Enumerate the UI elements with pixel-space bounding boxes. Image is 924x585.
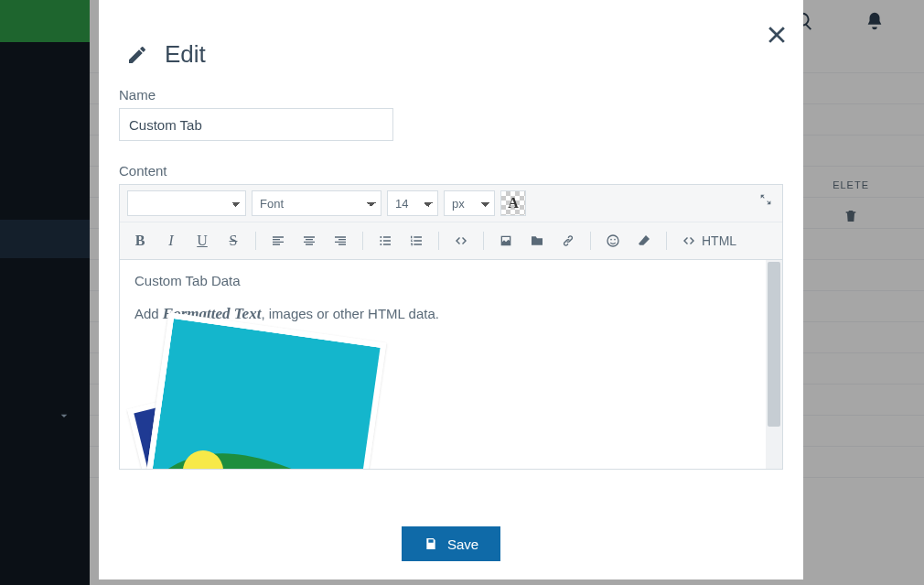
code-icon <box>682 233 696 248</box>
toolbar-separator <box>255 232 256 250</box>
name-label: Name <box>119 87 783 103</box>
font-unit-select[interactable]: px <box>444 190 495 216</box>
modal-title: Edit <box>165 40 206 69</box>
style-select[interactable] <box>127 190 246 216</box>
unordered-list-button[interactable] <box>372 228 398 254</box>
code-button[interactable] <box>448 228 474 254</box>
link-button[interactable] <box>555 228 581 254</box>
svg-point-0 <box>380 236 381 238</box>
photo-illustration <box>151 319 387 469</box>
pencil-icon <box>126 44 148 66</box>
strikethrough-button[interactable]: S <box>220 228 246 254</box>
svg-point-5 <box>614 239 616 241</box>
italic-button[interactable]: I <box>158 228 184 254</box>
font-size-input[interactable] <box>387 190 438 216</box>
modal-header: Edit <box>99 0 803 87</box>
html-label: HTML <box>702 233 736 248</box>
toolbar-separator <box>590 232 591 250</box>
content-field: Content <box>99 163 803 179</box>
align-right-button[interactable] <box>328 228 353 254</box>
content-image-stack <box>134 343 372 469</box>
name-input[interactable] <box>119 108 393 141</box>
align-center-button[interactable] <box>296 228 322 254</box>
font-select[interactable]: Font <box>252 190 381 216</box>
ordered-list-button[interactable] <box>403 228 429 254</box>
name-field: Name <box>99 87 803 141</box>
modal-footer: Save <box>99 526 803 561</box>
content-text: Add <box>134 306 163 321</box>
toolbar-separator <box>483 232 484 250</box>
toolbar-separator <box>666 232 667 250</box>
save-icon <box>424 536 438 551</box>
editor-content-area[interactable]: Custom Tab Data Add Formatted Text, imag… <box>120 260 782 469</box>
content-label: Content <box>119 163 783 179</box>
svg-point-2 <box>380 244 381 245</box>
content-text: , images or other HTML data. <box>261 306 439 321</box>
toolbar-separator <box>438 232 439 250</box>
color-letter: A <box>508 195 519 211</box>
editor-toolbar-row-1: Font px A <box>120 185 782 222</box>
image-button[interactable] <box>493 228 519 254</box>
editor-toolbar-row-2: B I U S HTML <box>120 222 782 260</box>
rich-text-editor: Font px A B I U S <box>119 184 783 470</box>
editor-scrollbar[interactable] <box>766 260 782 469</box>
eraser-button[interactable] <box>631 228 657 254</box>
photo-front <box>146 312 387 469</box>
expand-icon[interactable] <box>758 192 773 207</box>
content-line-1: Custom Tab Data <box>134 273 768 288</box>
save-label: Save <box>447 536 478 552</box>
save-button[interactable]: Save <box>402 526 500 561</box>
underline-button[interactable]: U <box>189 228 215 254</box>
svg-point-3 <box>607 235 618 246</box>
folder-button[interactable] <box>524 228 550 254</box>
html-toggle[interactable]: HTML <box>676 228 742 254</box>
text-color-picker[interactable]: A <box>500 190 526 216</box>
toolbar-separator <box>362 232 363 250</box>
align-left-button[interactable] <box>265 228 291 254</box>
svg-rect-6 <box>151 319 387 469</box>
scrollbar-thumb[interactable] <box>768 262 780 427</box>
bold-button[interactable]: B <box>127 228 153 254</box>
svg-point-1 <box>380 240 381 242</box>
edit-modal: Edit Name Content Font px A B I U <box>99 0 803 580</box>
close-icon <box>764 24 790 49</box>
svg-point-4 <box>610 239 612 241</box>
close-button[interactable] <box>764 24 790 49</box>
emoji-button[interactable] <box>600 228 626 254</box>
